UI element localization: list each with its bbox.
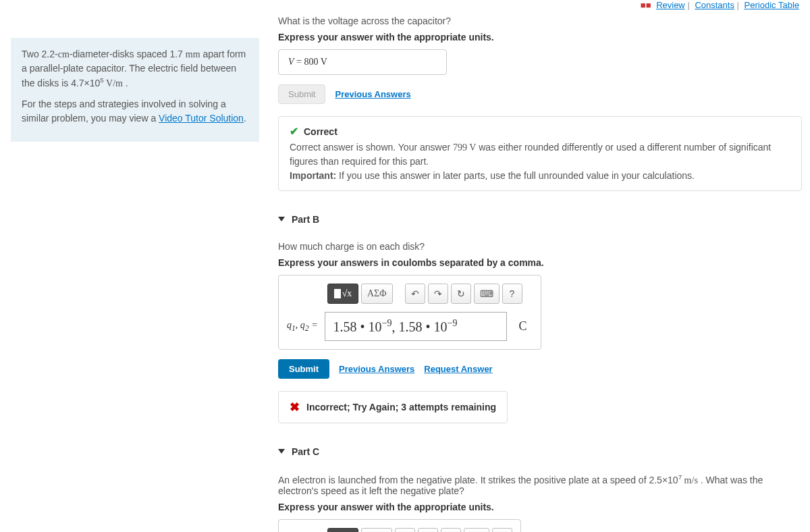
part-a-feedback: ✔ Correct Correct answer is shown. Your …	[278, 116, 802, 191]
caret-down-icon	[278, 449, 285, 454]
video-tutor-link[interactable]: Video Tutor Solution	[159, 113, 244, 124]
keyboard-button[interactable]: ⌨	[464, 528, 489, 532]
part-b-variable-label: q1, q2 =	[287, 320, 318, 333]
problem-text-1: Two 2.2-cm-diameter-disks spaced 1.7 mm …	[22, 47, 248, 90]
part-a-previous-answers-link[interactable]: Previous Answers	[335, 89, 410, 99]
help-button[interactable]: ?	[492, 528, 512, 532]
part-b-toolbar: √x ΑΣΦ ↶ ↷ ↻ ⌨ ?	[327, 284, 533, 304]
part-c-toolbar: μÅ ↶ ↷ ↻ ⌨ ?	[327, 528, 512, 532]
check-icon: ✔	[290, 125, 298, 138]
part-b-submit-button[interactable]: Submit	[278, 359, 329, 379]
keyboard-button[interactable]: ⌨	[474, 284, 500, 304]
part-b-answer-input[interactable]: 1.58 • 10−9, 1.58 • 10−9	[325, 312, 507, 341]
part-b-header[interactable]: Part B	[278, 214, 802, 225]
redo-button[interactable]: ↷	[418, 528, 438, 532]
feedback-title-text: Correct	[304, 126, 338, 137]
templates-button[interactable]: √x	[327, 284, 358, 304]
greek-button[interactable]: ΑΣΦ	[361, 284, 393, 304]
redo-button[interactable]: ↷	[428, 284, 448, 304]
part-b-previous-answers-link[interactable]: Previous Answers	[339, 364, 414, 374]
top-links: ■■ Review | Constants | Periodic Table	[278, 0, 802, 16]
part-c-header[interactable]: Part C	[278, 446, 802, 457]
part-b-instruction: Express your answers in coulombs separat…	[278, 257, 802, 268]
x-icon: ✖	[290, 400, 300, 415]
templates-button[interactable]	[327, 528, 358, 532]
feedback-body: Correct answer is shown. Your answer 799…	[290, 140, 790, 182]
undo-button[interactable]: ↶	[395, 528, 415, 532]
periodic-table-link[interactable]: Periodic Table	[745, 0, 799, 10]
part-c-instruction: Express your answer with the appropriate…	[278, 502, 802, 512]
part-c-equation-editor: μÅ ↶ ↷ ↻ ⌨ ?	[278, 519, 521, 532]
reset-button[interactable]: ↻	[441, 528, 461, 532]
constants-link[interactable]: Constants	[695, 0, 734, 10]
part-b-unit: C	[514, 319, 533, 334]
caret-down-icon	[278, 217, 285, 221]
help-button[interactable]: ?	[502, 284, 522, 304]
part-b-question: How much charge is on each disk?	[278, 241, 802, 252]
part-b-incorrect-feedback: ✖ Incorrect; Try Again; 3 attempts remai…	[278, 391, 508, 423]
part-a-answer-display: V = 800 V	[278, 49, 447, 75]
units-button[interactable]: μÅ	[361, 528, 392, 532]
part-b-request-answer-link[interactable]: Request Answer	[424, 364, 492, 374]
undo-button[interactable]: ↶	[405, 284, 425, 304]
part-c-question: An electron is launched from the negativ…	[278, 473, 802, 497]
problem-text-2: For the steps and strategies involved in…	[22, 97, 248, 126]
problem-statement: Two 2.2-cm-diameter-disks spaced 1.7 mm …	[11, 38, 259, 142]
part-a-question: What is the voltage across the capacitor…	[278, 16, 802, 26]
part-b-equation-editor: √x ΑΣΦ ↶ ↷ ↻ ⌨ ? q1, q2 = 1.58 • 10−9, 1…	[278, 275, 541, 350]
review-link[interactable]: Review	[656, 0, 685, 10]
part-a-submit-button: Submit	[278, 84, 325, 104]
part-a-instruction: Express your answer with the appropriate…	[278, 32, 802, 43]
reset-button[interactable]: ↻	[451, 284, 471, 304]
